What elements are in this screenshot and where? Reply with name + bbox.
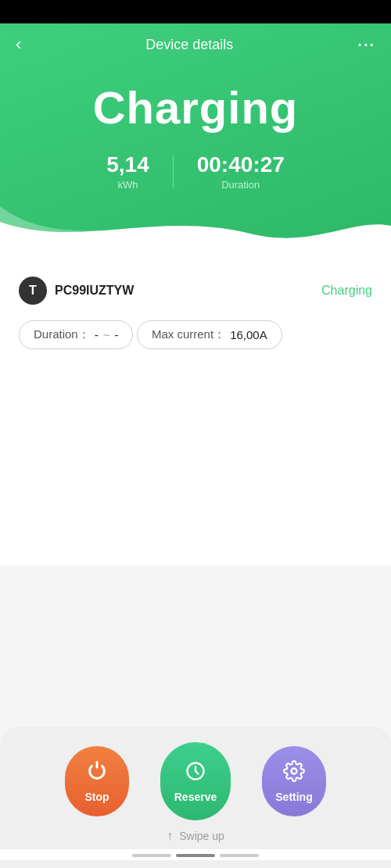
duration-label: Duration xyxy=(197,179,285,191)
device-row: T PC99IUZTYW Charging xyxy=(19,277,372,305)
indicator-2 xyxy=(176,854,215,857)
duration-end: - xyxy=(114,328,118,341)
status-bar xyxy=(0,0,391,23)
stats-row: 5,14 kWh 00:40:27 Duration xyxy=(0,152,391,191)
reserve-btn-circle: Reserve xyxy=(160,742,231,820)
device-status-badge: Charging xyxy=(321,284,372,298)
more-button[interactable]: ··· xyxy=(357,36,375,54)
duration-pill[interactable]: Duration： - ~ - xyxy=(19,320,133,349)
kwh-stat: 5,14 kWh xyxy=(83,152,173,191)
gear-icon xyxy=(283,760,305,788)
max-current-pill[interactable]: Max current： 16,00A xyxy=(137,320,282,349)
setting-label: Setting xyxy=(275,791,312,803)
duration-stat: 00:40:27 Duration xyxy=(174,152,308,191)
svg-point-1 xyxy=(292,768,297,773)
swipe-up-row: ↑ Swipe up xyxy=(0,829,391,849)
wave-decoration xyxy=(0,206,391,253)
page-title: Device details xyxy=(145,37,233,53)
max-current-value: 16,00A xyxy=(230,328,267,341)
back-button[interactable]: ‹ xyxy=(16,34,21,55)
swipe-text: Swipe up xyxy=(179,830,224,842)
nav-bar: ‹ Device details ··· xyxy=(0,23,391,66)
reserve-button[interactable]: Reserve xyxy=(160,742,231,816)
action-buttons: Stop Reserve xyxy=(0,742,391,816)
device-id: PC99IUZTYW xyxy=(55,284,134,298)
reserve-label: Reserve xyxy=(174,791,217,803)
kwh-value: 5,14 xyxy=(106,152,149,177)
charging-status-label: Charging xyxy=(0,81,391,134)
header-area: ‹ Device details ··· Charging 5,14 kWh 0… xyxy=(0,23,391,253)
stop-btn-circle: Stop xyxy=(65,746,129,816)
duration-tilde: ~ xyxy=(103,328,110,341)
duration-value: 00:40:27 xyxy=(197,152,285,177)
stop-label: Stop xyxy=(84,791,109,803)
bottom-action-area: Stop Reserve xyxy=(0,727,391,868)
stop-button[interactable]: Stop xyxy=(65,746,129,816)
indicator-1 xyxy=(132,854,171,857)
kwh-label: kWh xyxy=(106,179,149,191)
setting-btn-circle: Setting xyxy=(262,746,326,816)
main-content: T PC99IUZTYW Charging Duration： - ~ - Ma… xyxy=(0,253,391,566)
duration-start: - xyxy=(95,328,99,341)
max-current-label: Max current： xyxy=(152,327,225,342)
clock-icon xyxy=(185,760,206,788)
duration-pill-label: Duration： xyxy=(34,327,90,342)
indicator-3 xyxy=(220,854,259,857)
bottom-indicator xyxy=(0,849,391,860)
device-left: T PC99IUZTYW xyxy=(19,277,134,305)
power-icon xyxy=(86,760,108,788)
device-icon: T xyxy=(19,277,47,305)
setting-button[interactable]: Setting xyxy=(262,746,326,816)
swipe-icon: ↑ xyxy=(167,829,173,843)
